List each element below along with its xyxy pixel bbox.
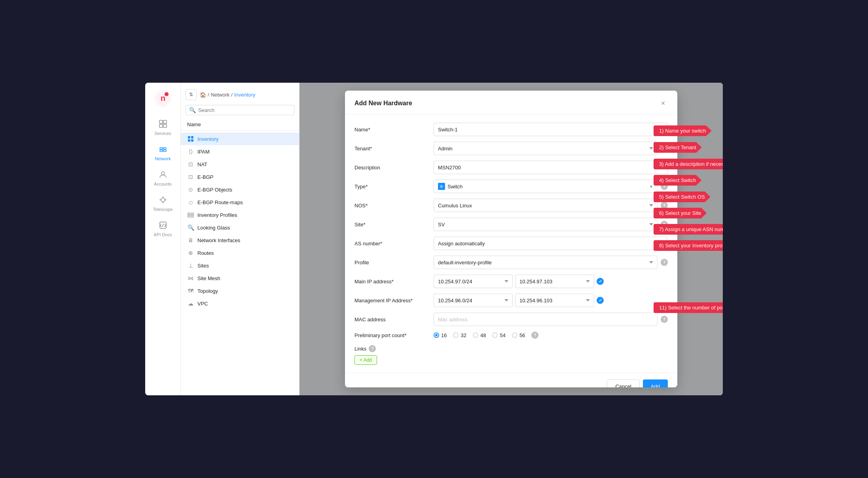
links-section: Links ? + Add [354, 345, 668, 365]
links-info-icon[interactable]: ? [369, 345, 376, 352]
as-number-select[interactable]: Assign automatically [434, 237, 668, 250]
nav-item-ebgp-objects[interactable]: ⊙ E-BGP Objects [181, 183, 299, 196]
description-control [434, 161, 668, 174]
nav-item-ipam[interactable]: ⟨⟩ IPAM [181, 145, 299, 158]
main-ip-control: 10.254.97.0/24 10.254.97.103 ✓ [434, 275, 668, 288]
nav-item-topology[interactable]: 🗺 Topology [181, 285, 299, 297]
sidebar-item-api-docs[interactable]: API Docs [145, 216, 180, 241]
search-input[interactable] [198, 107, 291, 113]
sidebar-item-accounts[interactable]: Accounts [145, 165, 180, 190]
tenant-select[interactable]: Admin [434, 142, 658, 155]
site-info-icon[interactable]: ? [661, 221, 668, 228]
type-info-icon[interactable]: ? [661, 183, 668, 190]
sidebar-item-network[interactable]: Network [145, 140, 180, 165]
as-number-control: Assign automatically [434, 237, 668, 250]
cancel-button[interactable]: Cancel [607, 379, 639, 387]
mgmt-ip-label: Management IP Address* [354, 298, 434, 303]
nav-item-label: IPAM [197, 149, 210, 155]
nos-control: Cumulus Linux ? [434, 199, 668, 212]
app-logo[interactable]: n [154, 89, 172, 108]
port-54-label: 54 [500, 332, 505, 338]
mgmt-ip-pool-select[interactable]: 10.254.96.0/24 [434, 294, 513, 307]
nav-item-label: E-BGP Route-maps [197, 199, 243, 205]
nav-item-nat[interactable]: ⊡ NAT [181, 158, 299, 171]
svg-rect-7 [163, 124, 167, 127]
nav-item-ebgp-routemaps[interactable]: ◇ E-BGP Route-maps [181, 196, 299, 209]
modal-body: Name* Tenant* Admin ? [345, 115, 677, 373]
nav-item-label: Topology [197, 288, 218, 294]
nav-item-inventory[interactable]: Inventory [181, 133, 299, 145]
nos-select[interactable]: Cumulus Linux [434, 199, 658, 212]
port-48-radio[interactable]: 48 [473, 332, 486, 338]
description-input[interactable] [434, 161, 668, 174]
site-select[interactable]: SV [434, 218, 658, 231]
form-row-description: Description [354, 161, 668, 174]
port-54-circle [492, 332, 498, 338]
form-row-name: Name* [354, 123, 668, 136]
tenant-info-icon[interactable]: ? [661, 145, 668, 152]
nav-search-box[interactable]: 🔍 [186, 105, 294, 115]
sidebar-item-label: Accounts [154, 182, 172, 186]
main-ip-select[interactable]: 10.254.97.103 [515, 275, 594, 288]
port-count-info-icon[interactable]: ? [531, 332, 538, 339]
nav-item-label: Inventory [197, 136, 218, 142]
nos-info-icon[interactable]: ? [661, 202, 668, 209]
port-32-radio[interactable]: 32 [453, 332, 466, 338]
nav-item-looking-glass[interactable]: 🔍 Looking Glass [181, 221, 299, 234]
site-control: SV ? [434, 218, 668, 231]
mac-info-icon[interactable]: ? [661, 316, 668, 323]
breadcrumb-sep2: / [231, 92, 233, 98]
mgmt-ip-select[interactable]: 10.254.96.103 [515, 294, 594, 307]
name-input[interactable] [434, 123, 668, 136]
svg-point-3 [165, 92, 169, 96]
profile-info-icon[interactable]: ? [661, 259, 668, 266]
breadcrumb-network: Network [211, 92, 230, 98]
profile-select[interactable]: default-inventory-profile [434, 256, 658, 269]
type-select[interactable]: ⊞ Switch ▼ [434, 180, 658, 193]
add-button[interactable]: Add [643, 379, 668, 387]
port-16-circle [434, 332, 439, 338]
form-row-mac: MAC address ? [354, 313, 668, 326]
svg-rect-4 [159, 120, 163, 123]
nav-item-sites[interactable]: ⊥ Sites [181, 259, 299, 272]
svg-rect-22 [191, 136, 193, 138]
type-control: ⊞ Switch ▼ ? [434, 180, 668, 193]
modal-close-button[interactable]: × [658, 99, 668, 108]
mac-input[interactable] [434, 313, 658, 326]
type-label: Type* [354, 184, 434, 190]
port-54-radio[interactable]: 54 [492, 332, 505, 338]
search-icon: 🔍 [189, 107, 196, 113]
nat-icon: ⊡ [187, 161, 194, 168]
nav-item-inventory-profiles[interactable]: Inventory Profiles [181, 209, 299, 221]
port-56-radio[interactable]: 56 [512, 332, 525, 338]
type-chevron-icon: ▼ [649, 184, 653, 189]
nav-item-site-mesh[interactable]: ⋈ Site Mesh [181, 272, 299, 285]
nav-item-routes[interactable]: ⊕ Routes [181, 247, 299, 259]
port-16-radio[interactable]: 16 [434, 332, 447, 338]
mgmt-ip-info-icon[interactable]: ✓ [597, 297, 604, 304]
port-count-radio-group: 16 32 48 [434, 332, 538, 339]
modal-footer: Cancel Add [345, 373, 677, 387]
ebgp-icon: ⊡ [187, 173, 194, 180]
main-ip-pool-select[interactable]: 10.254.97.0/24 [434, 275, 513, 288]
breadcrumb-inventory[interactable]: Inventory [234, 92, 255, 98]
nav-item-network-interfaces[interactable]: 🖥 Network Interfaces [181, 234, 299, 247]
api-docs-icon [157, 220, 169, 231]
nav-toggle-button[interactable]: ⇅ [186, 89, 197, 100]
nav-item-label: Sites [197, 263, 209, 269]
svg-rect-5 [163, 120, 167, 123]
sidebar-item-telescope[interactable]: Telescope [145, 190, 180, 216]
svg-rect-26 [188, 214, 193, 216]
switch-type-icon: ⊞ [438, 183, 445, 190]
links-label: Links [354, 346, 366, 352]
nav-item-vpc[interactable]: ☁ VPC [181, 297, 299, 310]
form-row-nos: NOS* Cumulus Linux ? [354, 199, 668, 212]
modal-add-hardware: Add New Hardware × Name* Tenant* [345, 91, 677, 387]
port-count-label: Preliminary port count* [354, 332, 434, 338]
site-mesh-icon: ⋈ [187, 275, 194, 282]
links-add-button[interactable]: + Add [354, 355, 377, 365]
main-ip-info-icon[interactable]: ✓ [597, 278, 604, 285]
port-48-label: 48 [480, 332, 486, 338]
nav-item-ebgp[interactable]: ⊡ E-BGP [181, 171, 299, 183]
sidebar-item-services[interactable]: Services [145, 114, 180, 140]
